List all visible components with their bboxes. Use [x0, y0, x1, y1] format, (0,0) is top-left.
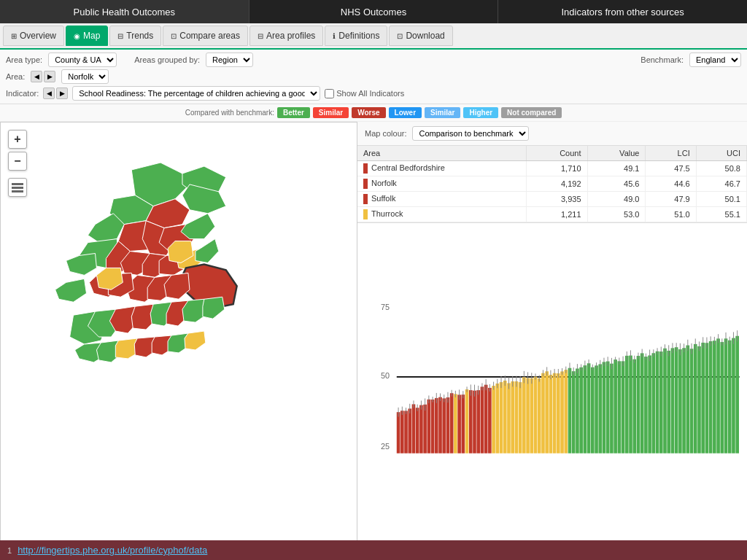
- map-panel: + −: [0, 122, 357, 552]
- layers-button[interactable]: [8, 178, 27, 197]
- benchmark-label: Benchmark:: [640, 55, 684, 64]
- svg-rect-84: [530, 378, 533, 454]
- top-nav-other-indicators[interactable]: Indicators from other sources: [498, 0, 747, 23]
- col-lci: LCI: [646, 146, 696, 161]
- svg-rect-70: [476, 390, 480, 454]
- svg-rect-72: [484, 385, 488, 454]
- controls-panel: Area type: County & UA Areas grouped by:…: [0, 50, 747, 104]
- area-type-select[interactable]: County & UA: [48, 52, 117, 67]
- area-cell: Suffolk: [357, 192, 526, 207]
- svg-rect-2: [12, 190, 23, 192]
- value-cell: 49.1: [587, 161, 646, 176]
- area-select[interactable]: Norfolk: [61, 69, 109, 84]
- svg-rect-79: [511, 381, 514, 454]
- benchmark-select[interactable]: England: [689, 52, 741, 67]
- zoom-out-button[interactable]: −: [8, 152, 27, 171]
- top-nav-nhs-outcomes[interactable]: NHS Outcomes: [249, 0, 499, 23]
- map-colour-bar: Map colour: Comparison to benchmark: [357, 122, 747, 146]
- svg-rect-54: [416, 408, 419, 454]
- top-nav: Public Health Outcomes NHS Outcomes Indi…: [0, 0, 747, 23]
- svg-rect-85: [534, 377, 538, 454]
- svg-rect-98: [584, 365, 587, 454]
- zoom-in-button[interactable]: +: [8, 130, 27, 149]
- svg-rect-0: [12, 183, 23, 185]
- top-nav-public-health[interactable]: Public Health Outcomes: [0, 0, 249, 23]
- show-all-checkbox[interactable]: [325, 89, 334, 98]
- svg-rect-136: [728, 341, 732, 454]
- map-colour-select[interactable]: Comparison to benchmark: [412, 126, 529, 141]
- svg-rect-109: [625, 356, 629, 454]
- table-row[interactable]: Norfolk 4,192 45.6 44.6 46.7: [357, 176, 747, 192]
- table-row[interactable]: Thurrock 1,211 53.0 51.0 55.1: [357, 207, 747, 222]
- count-cell: 3,935: [526, 192, 587, 207]
- map-zoom-controls: + −: [8, 130, 27, 197]
- tab-overview[interactable]: ⊞ Overview: [3, 26, 64, 46]
- table-row[interactable]: Central Bedfordshire 1,710 49.1 47.5 50.…: [357, 161, 747, 176]
- legend-higher: Higher: [463, 107, 498, 118]
- svg-rect-99: [587, 364, 591, 454]
- indicator-next-arrow[interactable]: ▶: [56, 88, 68, 99]
- indicator-nav-arrows: ◀ ▶: [43, 88, 68, 99]
- legend-row: Compared with benchmark: Better Similar …: [0, 104, 747, 122]
- svg-marker-44: [55, 279, 87, 302]
- svg-rect-100: [591, 368, 595, 454]
- svg-rect-89: [549, 375, 553, 454]
- svg-rect-60: [438, 397, 442, 454]
- svg-text:75: 75: [381, 303, 390, 312]
- uci-cell: 46.7: [696, 176, 746, 192]
- url-link[interactable]: http://fingertips.phe.org.uk/profile/cyp…: [18, 545, 207, 556]
- legend-lower: Lower: [389, 107, 422, 118]
- areas-grouped-select[interactable]: Region: [206, 52, 253, 67]
- tab-compare-areas[interactable]: ⊡ Compare areas: [163, 26, 248, 46]
- legend-better: Better: [277, 107, 310, 118]
- areas-grouped-label: Areas grouped by:: [134, 55, 200, 64]
- svg-rect-64: [454, 394, 457, 454]
- value-cell: 45.6: [587, 176, 646, 192]
- indicator-select[interactable]: School Readiness: The percentage of chil…: [72, 86, 320, 101]
- lci-cell: 47.9: [646, 192, 696, 207]
- chart-area: 75 50 25: [357, 223, 747, 552]
- tab-area-profiles[interactable]: ⊟ Area profiles: [249, 26, 323, 46]
- main-content: + −: [0, 122, 747, 552]
- count-cell: 1,211: [526, 207, 587, 222]
- svg-rect-80: [515, 381, 519, 454]
- col-value: Value: [587, 146, 646, 161]
- svg-rect-69: [473, 391, 476, 454]
- svg-rect-87: [541, 373, 545, 454]
- svg-text:50: 50: [381, 372, 390, 381]
- table-row[interactable]: Suffolk 3,935 49.0 47.9 50.1: [357, 192, 747, 207]
- tab-definitions[interactable]: ℹ Definitions: [325, 26, 387, 46]
- tab-trends[interactable]: ⊟ Trends: [109, 26, 161, 46]
- svg-rect-65: [457, 395, 461, 454]
- svg-rect-73: [488, 388, 492, 454]
- england-map-svg[interactable]: [1, 130, 357, 552]
- count-cell: 1,710: [526, 161, 587, 176]
- svg-rect-95: [572, 372, 576, 454]
- area-prev-arrow[interactable]: ◀: [31, 71, 42, 82]
- area-label: Area:: [6, 72, 25, 81]
- svg-rect-76: [500, 382, 503, 454]
- svg-rect-132: [713, 341, 716, 454]
- data-table: Area Count Value LCI UCI Central Bedford…: [357, 146, 747, 222]
- area-next-arrow[interactable]: ▶: [44, 71, 55, 82]
- svg-rect-126: [690, 349, 694, 454]
- show-all-indicators[interactable]: Show All Indicators: [325, 89, 404, 98]
- tab-download[interactable]: ⊡ Download: [389, 26, 452, 46]
- svg-marker-19: [196, 239, 219, 263]
- area-cell: Thurrock: [357, 207, 526, 222]
- benchmark-chart-svg: 75 50 25: [363, 229, 741, 546]
- definitions-icon: ℹ: [333, 32, 336, 40]
- svg-rect-83: [526, 378, 530, 454]
- svg-rect-53: [412, 405, 416, 454]
- svg-text:25: 25: [381, 442, 390, 451]
- svg-rect-121: [671, 349, 675, 454]
- svg-rect-91: [557, 373, 560, 454]
- svg-rect-119: [663, 349, 667, 454]
- svg-rect-133: [716, 339, 720, 454]
- svg-rect-90: [553, 373, 557, 454]
- svg-rect-88: [545, 372, 549, 454]
- svg-rect-105: [610, 364, 614, 454]
- tab-map[interactable]: ◉ Map: [66, 26, 108, 46]
- indicator-prev-arrow[interactable]: ◀: [43, 88, 55, 99]
- svg-rect-125: [686, 346, 690, 454]
